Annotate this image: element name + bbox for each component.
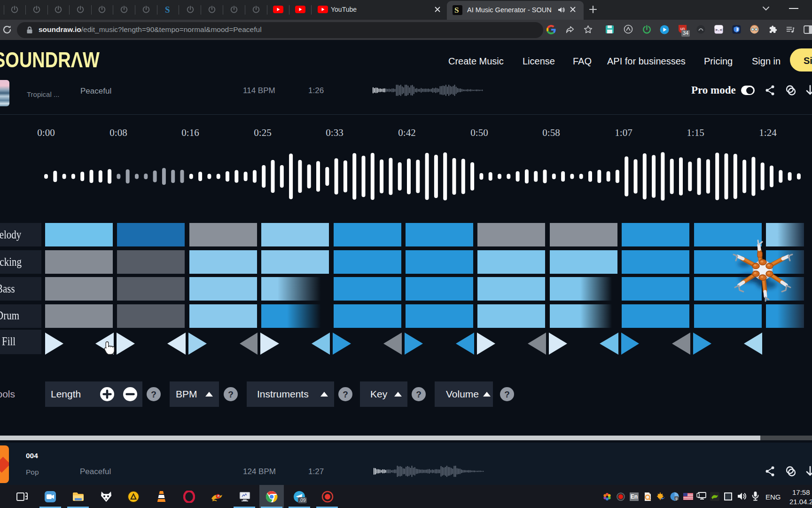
svg-text:?: ?	[416, 389, 422, 399]
svg-text:g: g	[676, 497, 678, 500]
svg-text:?: ?	[343, 389, 348, 399]
svg-text:?: ?	[504, 389, 510, 399]
svg-text:>.<: >.<	[715, 28, 722, 32]
svg-text:?: ?	[228, 389, 234, 399]
svg-text:?: ?	[151, 389, 156, 399]
